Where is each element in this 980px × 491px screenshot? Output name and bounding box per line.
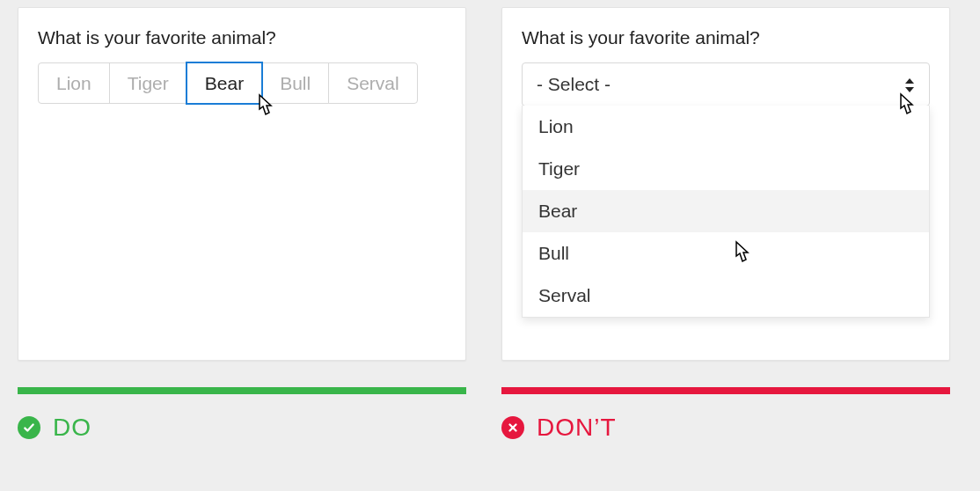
- dont-card: What is your favorite animal? - Select -…: [501, 7, 950, 361]
- svg-marker-0: [905, 78, 914, 84]
- dont-bar: [501, 387, 950, 394]
- svg-marker-1: [905, 87, 914, 92]
- select-dropdown[interactable]: - Select - LionTigerBearBullServal: [522, 62, 930, 106]
- do-label: DO: [53, 414, 91, 442]
- sort-arrows-icon: [904, 77, 915, 92]
- select-option[interactable]: Bull: [523, 232, 929, 275]
- x-circle-icon: [501, 416, 524, 439]
- select-option[interactable]: Bear: [523, 190, 929, 232]
- select-option[interactable]: Serval: [523, 275, 929, 317]
- check-circle-icon: [18, 416, 40, 439]
- segmented-option[interactable]: Bull: [261, 62, 329, 104]
- do-bar: [18, 387, 466, 394]
- do-card: What is your favorite animal? LionTigerB…: [18, 7, 466, 361]
- select-placeholder: - Select -: [537, 74, 611, 95]
- segmented-button-group: LionTigerBearBullServal: [38, 62, 446, 104]
- segmented-option[interactable]: Serval: [328, 62, 418, 104]
- select-options-list: LionTigerBearBullServal: [522, 106, 930, 318]
- dont-label: DON’T: [537, 414, 617, 442]
- segmented-option[interactable]: Tiger: [109, 62, 187, 104]
- dont-status: DON’T: [501, 414, 950, 442]
- select-head[interactable]: - Select -: [523, 63, 929, 106]
- do-status: DO: [18, 414, 466, 442]
- select-option[interactable]: Lion: [523, 106, 929, 148]
- segmented-option[interactable]: Lion: [38, 62, 110, 104]
- dont-question: What is your favorite animal?: [522, 27, 930, 48]
- do-question: What is your favorite animal?: [38, 27, 446, 48]
- select-option[interactable]: Tiger: [523, 148, 929, 190]
- do-column: What is your favorite animal? LionTigerB…: [18, 7, 466, 442]
- dont-column: What is your favorite animal? - Select -…: [501, 7, 950, 442]
- segmented-option[interactable]: Bear: [186, 62, 263, 105]
